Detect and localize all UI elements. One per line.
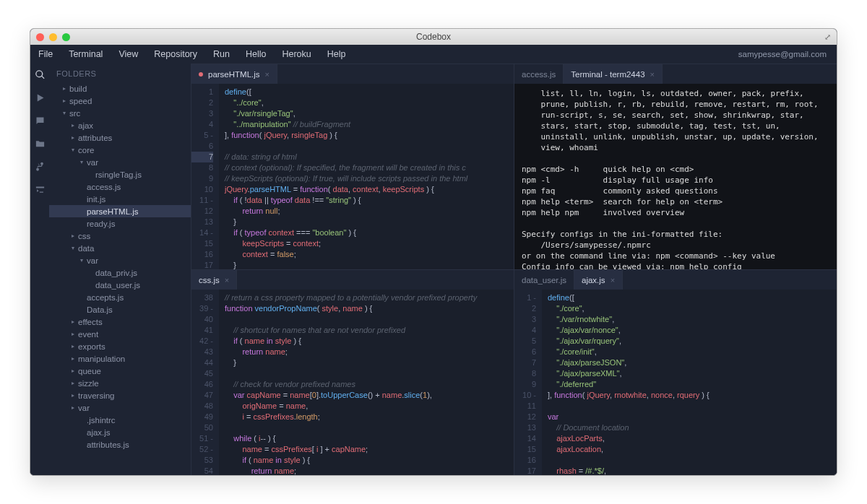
tree-label: manipulation: [78, 355, 125, 363]
tree-item[interactable]: ▾var: [49, 254, 191, 266]
tree-item[interactable]: ▸effects: [49, 316, 191, 328]
tree-label: ajax.js: [87, 428, 111, 437]
tree-label: traversing: [78, 391, 115, 400]
tab-label: data_user.js: [522, 276, 566, 284]
chevron-icon: ▸: [69, 233, 76, 239]
tree-label: access.js: [87, 183, 121, 191]
tree-item[interactable]: rsingleTag.js: [49, 168, 191, 181]
tree-item[interactable]: data_user.js: [49, 279, 191, 291]
tree-label: var: [87, 158, 98, 167]
search-icon[interactable]: [35, 69, 46, 82]
tab-bar: access.jsTerminal - term2443×: [514, 64, 837, 84]
tree-item[interactable]: ajax.js: [49, 426, 191, 438]
tab[interactable]: css.js×: [191, 270, 237, 290]
close-button[interactable]: [36, 33, 44, 41]
git-icon[interactable]: [35, 162, 46, 175]
chevron-icon: ▸: [69, 318, 76, 325]
tree-item[interactable]: ▸speed: [49, 95, 191, 107]
expand-icon[interactable]: ⤢: [824, 32, 831, 42]
tree-label: ready.js: [87, 220, 115, 228]
tree-item[interactable]: Data.js: [49, 303, 191, 316]
tree-label: event: [78, 330, 98, 339]
folder-icon[interactable]: [35, 139, 46, 152]
tree-item[interactable]: ready.js: [49, 217, 191, 230]
close-icon[interactable]: ×: [650, 70, 655, 79]
tab[interactable]: parseHTML.js×: [191, 64, 277, 84]
tree-label: var: [87, 256, 98, 265]
user-email[interactable]: samypesse@gmail.com: [738, 50, 837, 58]
tree-item[interactable]: accepts.js: [49, 291, 191, 303]
tree-label: core: [78, 146, 94, 155]
chevron-icon: ▸: [69, 380, 76, 386]
menu-terminal[interactable]: Terminal: [61, 49, 111, 59]
tree-item[interactable]: ▸queue: [49, 365, 191, 377]
code[interactable]: // return a css property mapped to a pot…: [219, 290, 514, 475]
chevron-icon: ▾: [61, 110, 67, 116]
close-icon[interactable]: ×: [611, 276, 615, 284]
minimize-button[interactable]: [49, 33, 57, 41]
chevron-icon: ▾: [69, 245, 76, 251]
menu-heroku[interactable]: Heroku: [274, 49, 319, 59]
tree-item[interactable]: ▾var: [49, 156, 191, 168]
tree-item[interactable]: parseHTML.js: [49, 205, 191, 217]
tab-bar: css.js×: [191, 270, 514, 290]
menu-help[interactable]: Help: [319, 49, 354, 59]
tree-item[interactable]: ▸css: [49, 230, 191, 242]
chevron-icon: ▾: [78, 257, 85, 264]
tree-label: data_user.js: [95, 281, 140, 290]
tree-item[interactable]: init.js: [49, 193, 191, 205]
close-icon[interactable]: ×: [265, 70, 269, 79]
tree-item[interactable]: ▸event: [49, 328, 191, 340]
menu-run[interactable]: Run: [205, 49, 238, 59]
tab[interactable]: ajax.js×: [574, 270, 623, 290]
chevron-icon: ▸: [69, 368, 76, 374]
editor[interactable]: 1 2 3 4 5 -6 7 8 9 10 11 -12 13 14 -15 1…: [191, 84, 514, 269]
tree-item[interactable]: ▾data: [49, 242, 191, 254]
tree-item[interactable]: ▾src: [49, 107, 191, 119]
tab[interactable]: Terminal - term2443×: [564, 64, 663, 84]
menu-view[interactable]: View: [111, 49, 146, 59]
terminal[interactable]: list, ll, ln, login, ls, outdated, owner…: [514, 84, 837, 269]
tab[interactable]: data_user.js: [514, 270, 574, 290]
titlebar[interactable]: Codebox ⤢: [30, 29, 837, 45]
menu-repository[interactable]: Repository: [146, 49, 205, 59]
tree-label: .jshintrc: [87, 416, 116, 425]
tree-item[interactable]: ▸exports: [49, 340, 191, 352]
tab[interactable]: access.js: [514, 64, 564, 84]
chevron-icon: ▸: [69, 404, 76, 411]
close-icon[interactable]: ×: [225, 276, 229, 284]
code[interactable]: define([ "../core", "./var/rsingleTag", …: [219, 84, 514, 269]
tree-label: ajax: [78, 121, 93, 130]
tree-label: Data.js: [87, 305, 113, 314]
code[interactable]: define([ "./core", "./var/rnotwhite", ".…: [542, 290, 837, 475]
tree-item[interactable]: ▸var: [49, 401, 191, 414]
editor[interactable]: 1 -2 3 4 5 6 7 8 9 10 -11 12 13 14 15 16…: [514, 290, 837, 475]
pane-top-right: access.jsTerminal - term2443× list, ll, …: [514, 64, 837, 269]
tree-item[interactable]: ▸sizzle: [49, 377, 191, 389]
tree-item[interactable]: ▸traversing: [49, 389, 191, 401]
tree-item[interactable]: .jshintrc: [49, 414, 191, 426]
menu-hello[interactable]: Hello: [238, 49, 275, 59]
tree-item[interactable]: ▸ajax: [49, 119, 191, 131]
editor-grid: parseHTML.js×1 2 3 4 5 -6 7 8 9 10 11 -1…: [191, 64, 837, 475]
chat-icon[interactable]: [35, 116, 46, 129]
tree-label: css: [78, 232, 90, 240]
editor[interactable]: 38 39 -40 41 42 -43 44 45 46 47 48 49 50…: [191, 290, 514, 475]
tree-item[interactable]: data_priv.js: [49, 266, 191, 279]
chevron-icon: ▾: [78, 159, 85, 165]
tree-label: queue: [78, 367, 101, 375]
tree-item[interactable]: ▸manipulation: [49, 352, 191, 365]
gutter: 38 39 -40 41 42 -43 44 45 46 47 48 49 50…: [191, 290, 219, 475]
tree-item[interactable]: access.js: [49, 181, 191, 193]
menu-file[interactable]: File: [30, 49, 61, 59]
terminal-icon[interactable]: [35, 185, 46, 198]
maximize-button[interactable]: [62, 33, 70, 41]
run-icon[interactable]: [35, 92, 46, 105]
tree-label: data: [78, 244, 94, 253]
tree-item[interactable]: ▸build: [49, 82, 191, 95]
tree-item[interactable]: ▸attributes: [49, 131, 191, 144]
tree-label: init.js: [87, 195, 105, 204]
tree-item[interactable]: ▾core: [49, 144, 191, 156]
tree-item[interactable]: attributes.js: [49, 438, 191, 451]
pane-bottom-right: data_user.jsajax.js×1 -2 3 4 5 6 7 8 9 1…: [514, 269, 837, 475]
